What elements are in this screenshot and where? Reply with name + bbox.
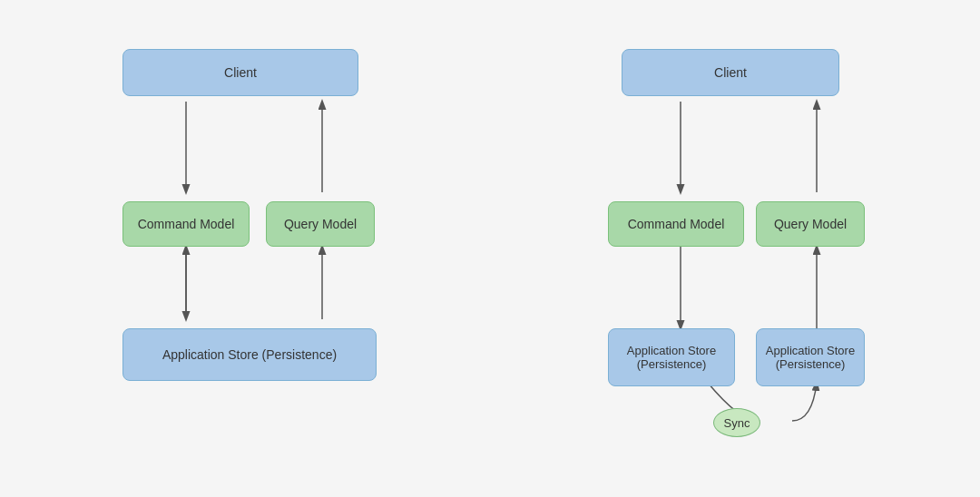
diagram2-command-model-label: Command Model [628,217,725,231]
diagrams-container: Client Command Model Query Model Applica… [0,0,980,497]
diagram1-client-box: Client [122,49,358,96]
diagram2-sync-bubble: Sync [713,408,760,437]
diagram1-command-model-label: Command Model [138,217,235,231]
diagram-1: Client Command Model Query Model Applica… [36,31,463,466]
diagram2-query-model-label: Query Model [774,217,847,231]
diagram1-client-label: Client [224,65,257,80]
diagram2-client-box: Client [622,49,839,96]
diagram-2-wrapper: Client Command Model Query Model Applica… [549,31,912,466]
diagram2-app-store-write-label: Application Store(Persistence) [627,344,716,371]
diagram2-app-store-read-box: Application Store(Persistence) [756,328,865,386]
diagram2-query-model-box: Query Model [756,201,865,247]
diagram2-sync-label: Sync [724,416,750,430]
diagram1-query-model-label: Query Model [284,217,357,231]
diagram1-command-model-box: Command Model [122,201,250,247]
diagram2-app-store-write-box: Application Store(Persistence) [608,328,735,386]
diagram-2-arrows [549,31,912,466]
diagram1-app-store-box: Application Store (Persistence) [122,328,377,381]
diagram2-app-store-read-label: Application Store(Persistence) [766,344,855,371]
diagram-2: Client Command Model Query Model Applica… [517,31,944,466]
diagram2-command-model-box: Command Model [608,201,744,247]
diagram-1-arrows [68,31,431,466]
diagram2-client-label: Client [714,65,747,80]
diagram1-query-model-box: Query Model [266,201,375,247]
diagram1-app-store-label: Application Store (Persistence) [162,347,337,362]
diagram-1-wrapper: Client Command Model Query Model Applica… [68,31,431,466]
